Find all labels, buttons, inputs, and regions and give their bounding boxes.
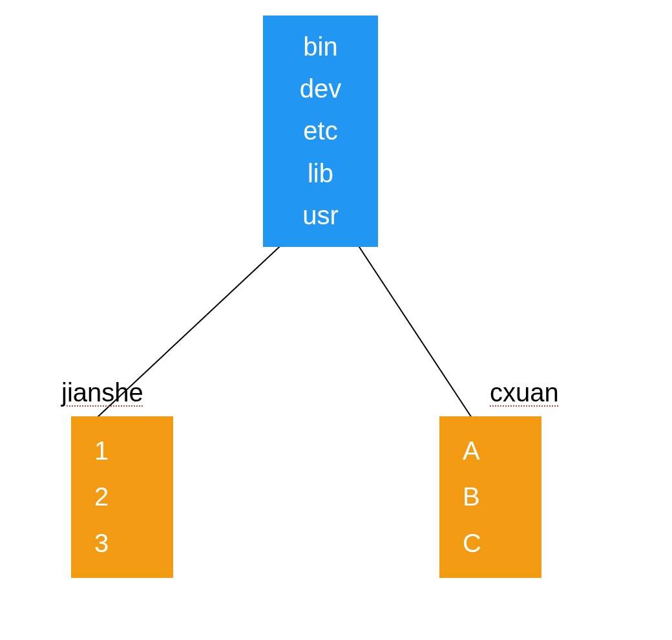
child-box-cxuan: A B C [439, 416, 541, 578]
child-label-cxuan: cxuan [490, 378, 559, 407]
child-item-3: 3 [94, 529, 109, 558]
child-item-1: 1 [94, 436, 109, 465]
child-item-2: 2 [94, 482, 109, 511]
child-box-jianshe: 1 2 3 [71, 416, 173, 578]
root-item-dev: dev [300, 74, 342, 103]
child-item-b: B [463, 482, 480, 511]
root-item-etc: etc [303, 116, 337, 145]
root-item-usr: usr [302, 201, 339, 230]
root-item-lib: lib [308, 159, 333, 188]
child-item-a: A [463, 436, 480, 465]
child-item-c: C [463, 529, 481, 558]
child-label-jianshe: jianshe [61, 378, 143, 407]
connector-right [354, 239, 472, 418]
root-directory-box: bin dev etc lib usr [263, 16, 378, 247]
root-item-bin: bin [303, 32, 337, 61]
directory-tree-diagram: bin dev etc lib usr jianshe 1 2 3 cxuan … [0, 0, 672, 640]
